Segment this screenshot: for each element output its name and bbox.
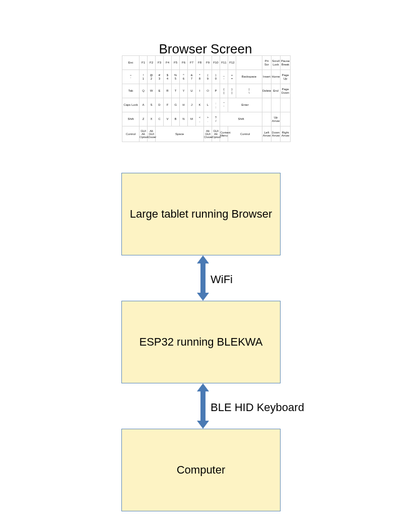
key-rightarrow: Right Arrow (281, 126, 291, 142)
key-menu: Context Menu (220, 126, 228, 142)
key-z: Z (140, 112, 148, 126)
key-minus: _- (220, 70, 228, 84)
key-x: X (148, 112, 156, 126)
key-semicolon: :; (212, 98, 220, 112)
box-computer: Computer (121, 429, 281, 511)
key-equals: += (228, 70, 236, 84)
key-h: H (180, 98, 188, 112)
key-delete: Delete (262, 84, 271, 98)
key-backslash: |\ (236, 84, 262, 98)
key-rshift: Shift (220, 112, 262, 126)
key-t: T (172, 84, 180, 98)
key-s: S (148, 98, 156, 112)
key-blank (262, 112, 271, 126)
key-m: M (188, 112, 196, 126)
key-a: A (140, 98, 148, 112)
key-7: &7 (188, 70, 196, 84)
key-pausebreak: Pause Break (281, 56, 291, 70)
key-3: #3 (156, 70, 164, 84)
key-home: Home (271, 70, 281, 84)
key-j: J (188, 98, 196, 112)
box-computer-label: Computer (177, 463, 226, 477)
key-f7: F7 (188, 56, 196, 70)
key-prtscr: Prt Scr (262, 56, 271, 70)
key-comma: <, (196, 112, 204, 126)
key-y: Y (180, 84, 188, 98)
label-blehid: BLE HID Keyboard (211, 401, 304, 414)
key-8: *8 (196, 70, 204, 84)
key-capslock: Caps Lock (122, 98, 140, 112)
key-pageup: Page Up (281, 70, 291, 84)
diagram-title: Browser Screen (0, 41, 411, 57)
key-2: @2 (148, 70, 156, 84)
key-blank (281, 112, 291, 126)
key-blank (271, 98, 281, 112)
key-downarrow: Down Arrow (271, 126, 281, 142)
key-k: K (196, 98, 204, 112)
key-lgui: GUI Alt Option (140, 126, 148, 142)
key-f11: F11 (220, 56, 228, 70)
key-u: U (188, 84, 196, 98)
key-rctrl: Control (228, 126, 262, 142)
key-f5: F5 (172, 56, 180, 70)
key-f10: F10 (212, 56, 220, 70)
key-ralt: Alt GUI Clover (204, 126, 212, 142)
key-w: W (148, 84, 156, 98)
key-9: (9 (204, 70, 212, 84)
key-g: G (172, 98, 180, 112)
key-0: )0 (212, 70, 220, 84)
key-scrolllock: Scroll Lock (271, 56, 281, 70)
key-quote: "' (220, 98, 228, 112)
key-rbracket: }] (228, 84, 236, 98)
key-leftarrow: Left Arrow (262, 126, 271, 142)
key-5: %5 (172, 70, 180, 84)
key-c: C (156, 112, 164, 126)
key-enter: Enter (228, 98, 262, 112)
key-f2: F2 (148, 56, 156, 70)
box-esp32: ESP32 running BLEKWA (121, 301, 281, 383)
key-v: V (164, 112, 172, 126)
key-period: >. (204, 112, 212, 126)
key-e: E (156, 84, 164, 98)
key-1: !1 (140, 70, 148, 84)
key-n: N (180, 112, 188, 126)
key-tab: Tab (122, 84, 140, 98)
key-r: R (164, 84, 172, 98)
key-f8: F8 (196, 56, 204, 70)
key-backspace: Backspace (236, 70, 262, 84)
key-tilde: ~` (122, 70, 140, 84)
arrow-head-down-icon (197, 421, 209, 429)
box-tablet: Large tablet running Browser (121, 173, 281, 255)
key-b: B (172, 112, 180, 126)
key-f: F (164, 98, 172, 112)
key-insert: Insert (262, 70, 271, 84)
key-space: Space (156, 126, 204, 142)
key-uparrow: Up Arrow (271, 112, 281, 126)
label-wifi: WiFi (211, 273, 233, 286)
key-pagedown: Page Down (281, 84, 291, 98)
key-o: O (204, 84, 212, 98)
key-4: $4 (164, 70, 172, 84)
arrow-blehid (198, 383, 207, 429)
key-l: L (204, 98, 212, 112)
key-rgui: GUI Alt Option (212, 126, 220, 142)
key-blank (236, 56, 262, 70)
key-p: P (212, 84, 220, 98)
key-q: Q (140, 84, 148, 98)
key-lctrl: Control (122, 126, 140, 142)
key-f12: F12 (228, 56, 236, 70)
key-slash: ?/ (212, 112, 220, 126)
box-tablet-label: Large tablet running Browser (130, 208, 272, 221)
box-esp32-label: ESP32 running BLEKWA (140, 336, 263, 349)
key-f9: F9 (204, 56, 212, 70)
key-6: ^6 (180, 70, 188, 84)
key-lshift: Shift (122, 112, 140, 126)
key-d: D (156, 98, 164, 112)
key-blank (262, 98, 271, 112)
arrow-head-down-icon (197, 293, 209, 301)
key-lalt: Alt GUI Clover (148, 126, 156, 142)
key-end: End (271, 84, 281, 98)
key-f6: F6 (180, 56, 188, 70)
key-i: I (196, 84, 204, 98)
key-f3: F3 (156, 56, 164, 70)
